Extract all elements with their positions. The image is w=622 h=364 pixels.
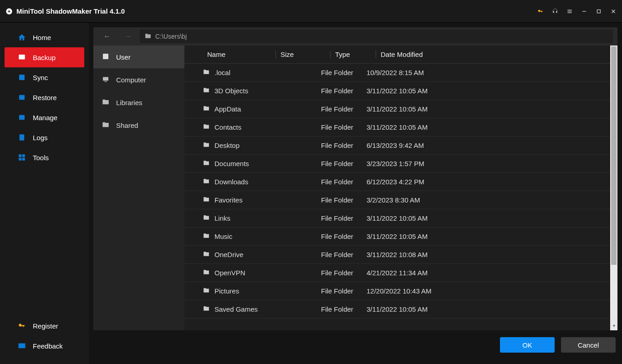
ok-button[interactable]: OK	[500, 337, 555, 353]
source-list: UserComputerLibrariesShared	[93, 46, 184, 330]
row-type: File Folder	[321, 105, 367, 113]
nav-back-button[interactable]: ←	[98, 32, 116, 40]
headset-icon[interactable]	[552, 8, 558, 15]
svg-rect-0	[582, 11, 586, 11]
svg-rect-13	[103, 77, 108, 81]
source-item-computer[interactable]: Computer	[93, 68, 184, 91]
table-row[interactable]: ContactsFile Folder3/11/2022 10:05 AM	[184, 118, 610, 136]
row-date: 4/21/2022 11:34 AM	[367, 269, 610, 277]
row-name: Saved Games	[214, 305, 258, 313]
row-date: 3/11/2022 10:05 AM	[367, 233, 610, 240]
table-row[interactable]: LinksFile Folder3/11/2022 10:05 AM	[184, 209, 610, 228]
table-row[interactable]: FavoritesFile Folder3/2/2023 8:30 AM	[184, 191, 610, 209]
folder-icon	[203, 178, 210, 186]
sidebar-item-logs[interactable]: Logs	[0, 127, 89, 147]
computer-icon	[102, 76, 110, 84]
path-input[interactable]: C:\Users\bj	[140, 30, 613, 43]
maximize-button[interactable]	[596, 8, 602, 15]
footer-item-feedback[interactable]: Feedback	[0, 336, 89, 356]
cancel-button[interactable]: Cancel	[561, 337, 616, 353]
row-name: Links	[214, 214, 230, 222]
table-row[interactable]: DesktopFile Folder6/13/2023 9:42 AM	[184, 136, 610, 155]
table-header: Name Size Type Date Modified	[184, 46, 610, 64]
sidebar-item-label: Backup	[33, 54, 56, 61]
folder-icon	[203, 160, 210, 167]
table-row[interactable]: MusicFile Folder3/11/2022 10:05 AM	[184, 228, 610, 246]
folder-path-icon	[144, 33, 152, 40]
folder-icon	[203, 305, 210, 313]
row-name: Contacts	[214, 123, 241, 131]
svg-rect-11	[22, 158, 25, 161]
column-name[interactable]: Name	[203, 51, 275, 58]
row-name: Documents	[214, 160, 249, 167]
row-name: 3D Objects	[214, 87, 248, 95]
table-row[interactable]: DownloadsFile Folder6/12/2023 4:22 PM	[184, 173, 610, 191]
source-item-label: User	[116, 53, 131, 61]
scroll-down-icon[interactable]: ▾	[610, 323, 617, 330]
row-name: Music	[214, 233, 232, 240]
source-item-libraries[interactable]: Libraries	[93, 91, 184, 114]
column-size[interactable]: Size	[275, 51, 330, 58]
restore-icon	[17, 93, 26, 101]
row-date: 3/2/2023 8:30 AM	[367, 196, 610, 204]
row-date: 12/20/2022 10:43 AM	[367, 287, 610, 295]
sidebar-item-manage[interactable]: Manage	[0, 107, 89, 127]
libraries-icon	[102, 98, 110, 107]
shared-icon	[102, 121, 110, 130]
row-date: 3/23/2023 1:57 PM	[367, 160, 610, 167]
svg-rect-4	[19, 75, 25, 80]
sidebar-item-backup[interactable]: Backup	[5, 47, 84, 67]
table-row[interactable]: AppDataFile Folder3/11/2022 10:05 AM	[184, 100, 610, 118]
key-icon	[17, 322, 26, 330]
action-bar: OK Cancel	[93, 330, 617, 359]
footer-item-label: Register	[33, 322, 58, 330]
table-row[interactable]: PicturesFile Folder12/20/2022 10:43 AM	[184, 282, 610, 300]
svg-rect-3	[20, 56, 23, 58]
table-row[interactable]: OneDriveFile Folder3/11/2022 10:08 AM	[184, 246, 610, 264]
scroll-thumb[interactable]	[611, 46, 617, 265]
row-name: Pictures	[214, 287, 239, 295]
nav-forward-button[interactable]: →	[119, 32, 137, 40]
sync-icon	[17, 73, 26, 81]
content-area: ← → C:\Users\bj UserComputerLibrariesSha…	[89, 23, 622, 364]
footer-item-register[interactable]: Register	[0, 316, 89, 336]
svg-rect-12	[103, 54, 108, 59]
row-date: 10/9/2022 8:15 AM	[367, 69, 610, 76]
sidebar-item-restore[interactable]: Restore	[0, 87, 89, 107]
sidebar-item-label: Restore	[33, 94, 57, 101]
register-icon[interactable]	[537, 8, 544, 15]
table-row[interactable]: Saved GamesFile Folder3/11/2022 10:05 AM	[184, 300, 610, 318]
table-row[interactable]: DocumentsFile Folder3/23/2023 1:57 PM	[184, 155, 610, 173]
column-date[interactable]: Date Modified	[376, 51, 610, 58]
backup-icon	[17, 53, 26, 61]
scrollbar[interactable]: ▴ ▾	[610, 46, 617, 330]
table-row[interactable]: .localFile Folder10/9/2022 8:15 AM	[184, 64, 610, 82]
folder-icon	[203, 123, 210, 131]
sidebar-item-label: Tools	[33, 154, 49, 162]
sidebar-item-home[interactable]: Home	[0, 27, 89, 47]
table-row[interactable]: OpenVPNFile Folder4/21/2022 11:34 AM	[184, 264, 610, 282]
menu-icon[interactable]	[566, 8, 573, 15]
sidebar-item-tools[interactable]: Tools	[0, 147, 89, 167]
source-item-label: Libraries	[116, 99, 143, 106]
sidebar: HomeBackupSyncRestoreManageLogsTools Reg…	[0, 23, 89, 364]
sidebar-item-label: Sync	[33, 74, 48, 81]
row-type: File Folder	[321, 160, 367, 167]
source-item-shared[interactable]: Shared	[93, 114, 184, 136]
row-type: File Folder	[321, 251, 367, 258]
folder-icon	[203, 251, 210, 258]
app-title: MiniTool ShadowMaker Trial 4.1.0	[16, 7, 537, 15]
column-type[interactable]: Type	[330, 51, 376, 58]
row-name: .local	[214, 69, 230, 76]
svg-rect-1	[597, 10, 601, 13]
source-item-user[interactable]: User	[93, 46, 184, 68]
titlebar: MiniTool ShadowMaker Trial 4.1.0	[0, 0, 622, 23]
table-row[interactable]: 3D ObjectsFile Folder3/11/2022 10:05 AM	[184, 82, 610, 100]
sidebar-item-sync[interactable]: Sync	[0, 67, 89, 87]
logs-icon	[17, 133, 26, 142]
minimize-button[interactable]	[581, 8, 587, 15]
app-logo-icon	[5, 8, 13, 15]
close-button[interactable]	[610, 8, 617, 15]
folder-icon	[203, 142, 210, 149]
row-type: File Folder	[321, 123, 367, 131]
